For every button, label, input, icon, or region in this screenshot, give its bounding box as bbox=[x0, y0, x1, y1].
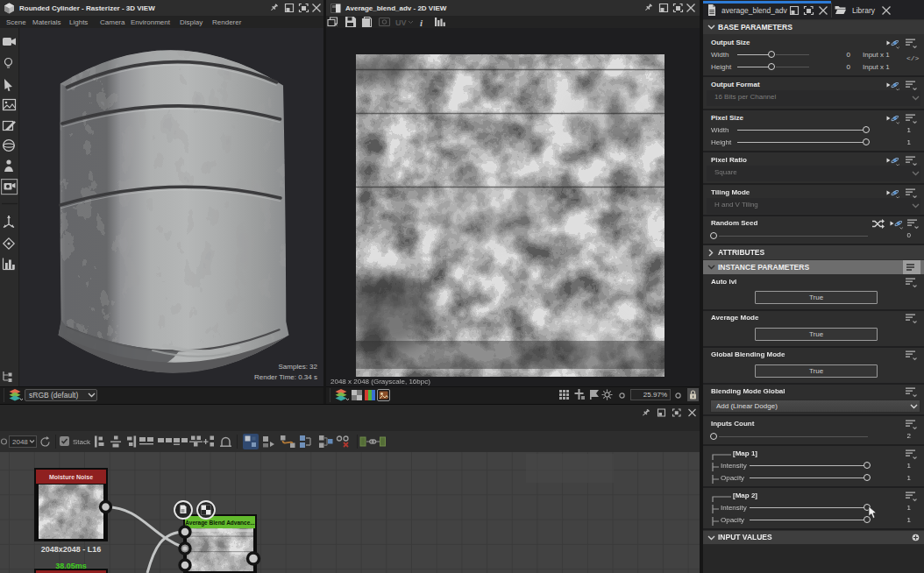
svg-text:i: i bbox=[420, 18, 423, 28]
svg-text:UV: UV bbox=[395, 18, 407, 27]
svg-text:Average Blend Advance...: Average Blend Advance... bbox=[185, 520, 255, 527]
svg-text:2048: 2048 bbox=[12, 438, 28, 446]
svg-text:Stack: Stack bbox=[73, 438, 91, 446]
svg-text:Moisture Noise: Moisture Noise bbox=[49, 474, 93, 480]
svg-text:2048x2048 - L16: 2048x2048 - L16 bbox=[41, 545, 102, 554]
